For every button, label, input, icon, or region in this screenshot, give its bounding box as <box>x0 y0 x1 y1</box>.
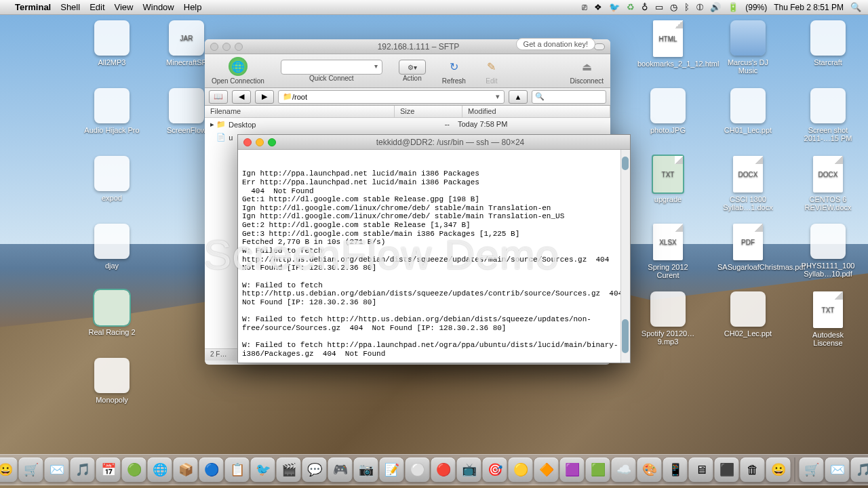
dock-item[interactable]: ✉️ <box>45 458 69 482</box>
dock-item[interactable]: 🎮 <box>328 458 353 482</box>
terminal-titlebar[interactable]: tekkidd@DDR2: /usr/bin — ssh — 80×24 <box>238 135 630 150</box>
dock-item[interactable]: 🎨 <box>637 458 662 482</box>
twitter-icon[interactable]: 🐦 <box>609 2 620 12</box>
bookmarks-button[interactable]: 📖 <box>209 90 228 104</box>
dock-item[interactable]: 🔶 <box>534 458 559 482</box>
desktop-icon[interactable]: photo.JPG <box>637 88 698 134</box>
dock-item[interactable]: 🟡 <box>509 458 533 482</box>
scrollbar[interactable] <box>620 150 630 363</box>
desktop-icon[interactable]: Starcraft <box>797 20 859 66</box>
desktop-icon[interactable]: All2MP3 <box>81 20 142 66</box>
sftp-titlebar[interactable]: 192.168.1.111 – SFTP Get a donation key! <box>205 39 610 54</box>
back-button[interactable]: ◀ <box>232 90 251 104</box>
quick-connect-combo[interactable] <box>281 60 382 75</box>
desktop-icon[interactable]: DOCXCENTOS 6 REVIEW.docx <box>797 156 859 211</box>
dock-item[interactable]: 🗑 <box>741 458 765 482</box>
dock-item[interactable]: 🌐 <box>148 458 172 482</box>
dock-item[interactable]: 🎯 <box>483 458 507 482</box>
screen-icon[interactable]: ⎚ <box>582 2 587 12</box>
wifi-icon[interactable]: ⦷ <box>696 2 703 13</box>
dock-item[interactable]: 🐦 <box>251 458 275 482</box>
desktop-icon[interactable]: Audio Hijack Pro <box>81 88 142 134</box>
desktop-icon[interactable]: Marcus's DJ Music <box>717 20 778 75</box>
menu-shell[interactable]: Shell <box>60 2 80 12</box>
desktop-icon[interactable]: Monopoly <box>81 358 142 404</box>
zoom-button[interactable] <box>235 43 243 51</box>
dock-item[interactable]: ✉️ <box>825 458 850 482</box>
dock-item[interactable]: 📺 <box>457 458 481 482</box>
minimize-button[interactable] <box>256 138 264 146</box>
clock-text[interactable]: Thu Feb 2 8:51 PM <box>774 3 844 12</box>
dock-item[interactable]: 😀 <box>766 458 791 482</box>
disconnect-button[interactable]: ⏏ Disconnect <box>570 57 604 85</box>
app-menu[interactable]: Terminal <box>15 2 51 12</box>
dock-item[interactable]: 📋 <box>225 458 250 482</box>
desktop-icon[interactable]: TXTupgrade <box>637 156 698 203</box>
dock-item[interactable]: 🟪 <box>560 458 585 482</box>
desktop-icon[interactable]: TXTAutodesk Liscense <box>797 291 859 347</box>
dock-item[interactable]: 🔴 <box>431 458 456 482</box>
desktop-icon[interactable]: djay <box>81 224 142 270</box>
dock-item[interactable]: 🛒 <box>19 458 43 482</box>
dock-item[interactable]: 🎵 <box>851 458 869 482</box>
desktop-icon[interactable]: CH01_Lec.ppt <box>717 88 778 134</box>
desktop-icon[interactable]: PDFSASugarloafChristmas.pdf <box>717 224 778 271</box>
bluetooth-icon[interactable]: ᛒ <box>684 2 690 12</box>
dock-item[interactable]: 🎬 <box>277 458 301 482</box>
dock-item[interactable]: 🎵 <box>71 458 95 482</box>
search-field[interactable] <box>532 90 606 104</box>
col-filename[interactable]: Filename <box>205 106 395 117</box>
dock-item[interactable]: 🟩 <box>586 458 610 482</box>
col-size[interactable]: Size <box>395 106 462 117</box>
volume-icon[interactable]: 🔊 <box>710 2 721 12</box>
sync-icon[interactable]: ♻ <box>627 2 635 12</box>
action-button[interactable]: ⚙ ▾ <box>399 60 426 75</box>
spotlight-icon[interactable]: 🔍 <box>850 2 861 12</box>
minimize-button[interactable] <box>222 43 231 51</box>
terminal-body[interactable]: Ign http://ppa.launchpad.net lucid/main … <box>238 150 630 363</box>
desktop-icon[interactable]: CH02_Lec.ppt <box>717 291 778 338</box>
dock-item[interactable]: 📅 <box>96 458 121 482</box>
file-row[interactable]: ▸ 📁 Desktop -- Today 7:58 PM <box>205 118 610 131</box>
extras-icon[interactable]: ❖ <box>594 2 602 12</box>
up-button[interactable]: ▲ <box>509 90 528 104</box>
menu-edit[interactable]: Edit <box>90 2 104 12</box>
menu-window[interactable]: Window <box>143 2 174 12</box>
dock-item[interactable]: 🟢 <box>122 458 146 482</box>
desktop-icon[interactable]: Screen shot 2011-…15 PM <box>797 88 859 142</box>
dock-item[interactable]: 💬 <box>302 458 327 482</box>
desktop-icon[interactable]: XLSXSpring 2012 Curent <box>637 224 698 279</box>
scroll-thumb[interactable] <box>622 319 629 353</box>
dock-item[interactable]: ☁️ <box>612 458 636 482</box>
col-modified[interactable]: Modified <box>462 106 610 117</box>
toolbar-toggle[interactable] <box>594 43 605 50</box>
menu-help[interactable]: Help <box>184 2 202 12</box>
open-connection-button[interactable]: 🌐 Open Connection <box>212 57 264 85</box>
close-button[interactable] <box>210 43 218 51</box>
desktop-icon[interactable]: Real Racing 2 <box>81 290 142 336</box>
menu-view[interactable]: View <box>115 2 134 12</box>
path-combo[interactable]: 📁 /root <box>278 90 505 104</box>
battery-icon[interactable]: 🔋 <box>728 2 738 12</box>
clock-icon[interactable]: ◷ <box>670 2 677 12</box>
dock-item[interactable]: 🖥 <box>689 458 713 482</box>
dock-item[interactable]: ⬛ <box>715 458 739 482</box>
dock-item[interactable]: 😀 <box>0 458 18 482</box>
close-button[interactable] <box>243 138 252 146</box>
dock-item[interactable]: 🔵 <box>199 458 224 482</box>
display-icon[interactable]: ▭ <box>655 2 663 12</box>
dock-item[interactable]: 📱 <box>663 458 688 482</box>
globe-icon[interactable]: ♁ <box>642 2 648 12</box>
desktop-icon[interactable]: PHYS1111_100 Syllab…10.pdf <box>797 224 859 278</box>
forward-button[interactable]: ▶ <box>255 90 274 104</box>
dock-item[interactable]: 📦 <box>174 458 198 482</box>
dock-item[interactable]: ⚪ <box>406 458 430 482</box>
action-menu[interactable]: ⚙ ▾ Action <box>399 60 426 82</box>
desktop-icon[interactable]: Spotify 20120…9.mp3 <box>637 291 698 346</box>
desktop-icon[interactable]: expod <box>81 156 142 202</box>
donation-banner[interactable]: Get a donation key! <box>516 38 595 50</box>
zoom-button[interactable] <box>268 138 276 146</box>
refresh-button[interactable]: ↻ Refresh <box>442 57 466 85</box>
desktop-icon[interactable]: DOCXCSCI 1300 Syllab…1.docx <box>717 156 778 211</box>
dock-item[interactable]: 📝 <box>380 458 404 482</box>
